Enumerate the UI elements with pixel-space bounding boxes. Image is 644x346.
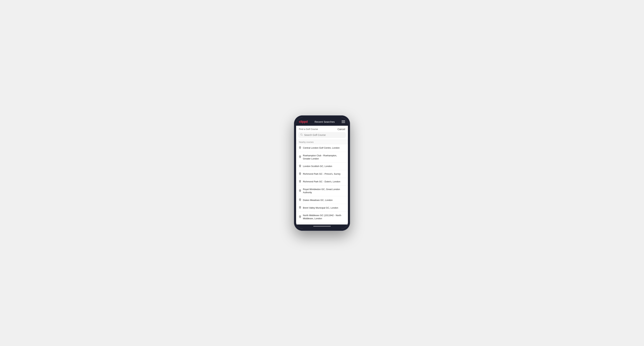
find-header: Find a Golf Course Cancel: [296, 126, 348, 132]
home-indicator: [296, 224, 348, 229]
course-list-item[interactable]: Royal Wimbledon GC, Great London Authori…: [296, 186, 348, 196]
nav-title: Recent Searches: [314, 120, 334, 123]
hamburger-line-2: [342, 122, 345, 122]
nav-bar: clippd Recent Searches: [296, 118, 348, 126]
course-list-item[interactable]: Central London Golf Centre, London: [296, 144, 348, 152]
course-name: Central London Golf Centre, London: [303, 146, 340, 150]
pin-icon: [299, 165, 301, 168]
search-input[interactable]: [304, 134, 344, 136]
course-name: London Scottish GC, London: [303, 165, 332, 168]
content-area: Find a Golf Course Cancel Nearby courses: [296, 126, 348, 224]
cancel-button[interactable]: Cancel: [338, 128, 345, 131]
hamburger-line-1: [342, 121, 345, 121]
nearby-section-label: Nearby courses: [296, 140, 348, 144]
course-list: Central London Golf Centre, London Roeha…: [296, 144, 348, 224]
pin-icon: [299, 198, 301, 202]
search-container: [296, 132, 348, 140]
course-name: Richmond Park GC - Duke's, London: [303, 180, 340, 183]
course-name: Roehampton Club - Roehampton, Greater Lo…: [303, 154, 345, 160]
pin-icon: [299, 173, 301, 176]
svg-line-1: [302, 135, 303, 136]
search-icon: [300, 133, 303, 137]
course-list-item[interactable]: Richmond Park GC - Prince's, Surrey: [296, 170, 348, 178]
course-name: Dukes Meadows GC, London: [303, 199, 333, 202]
pin-icon: [299, 206, 301, 209]
search-input-wrapper: [298, 132, 346, 138]
course-list-item[interactable]: Dukes Meadows GC, London: [296, 196, 348, 204]
course-list-item[interactable]: Roehampton Club - Roehampton, Greater Lo…: [296, 152, 348, 163]
phone-device: clippd Recent Searches Find a Golf Cours…: [294, 115, 350, 231]
pin-icon: [299, 146, 301, 150]
course-name: North Middlesex GC (1011942 - North Midd…: [303, 214, 345, 220]
course-name: Richmond Park GC - Prince's, Surrey: [303, 173, 340, 175]
home-bar: [313, 226, 331, 227]
hamburger-line-3: [342, 123, 345, 123]
course-list-item[interactable]: Richmond Park GC - Duke's, London: [296, 178, 348, 186]
course-list-item[interactable]: London Scottish GC, London: [296, 163, 348, 170]
course-list-item[interactable]: North Middlesex GC (1011942 - North Midd…: [296, 212, 348, 222]
pin-icon: [299, 215, 301, 219]
app-logo: clippd: [299, 120, 308, 124]
hamburger-menu-icon[interactable]: [342, 121, 345, 123]
find-label: Find a Golf Course: [299, 128, 318, 130]
course-name: Royal Wimbledon GC, Great London Authori…: [303, 188, 345, 194]
course-list-item[interactable]: Brent Valley Municipal GC, London: [296, 204, 348, 212]
phone-screen: clippd Recent Searches Find a Golf Cours…: [296, 118, 348, 229]
course-list-item[interactable]: Coombe Hill GC, Kingston upon Thames: [296, 223, 348, 224]
pin-icon: [299, 189, 301, 193]
course-name: Brent Valley Municipal GC, London: [303, 206, 338, 209]
pin-icon: [299, 180, 301, 183]
pin-icon: [299, 156, 301, 159]
